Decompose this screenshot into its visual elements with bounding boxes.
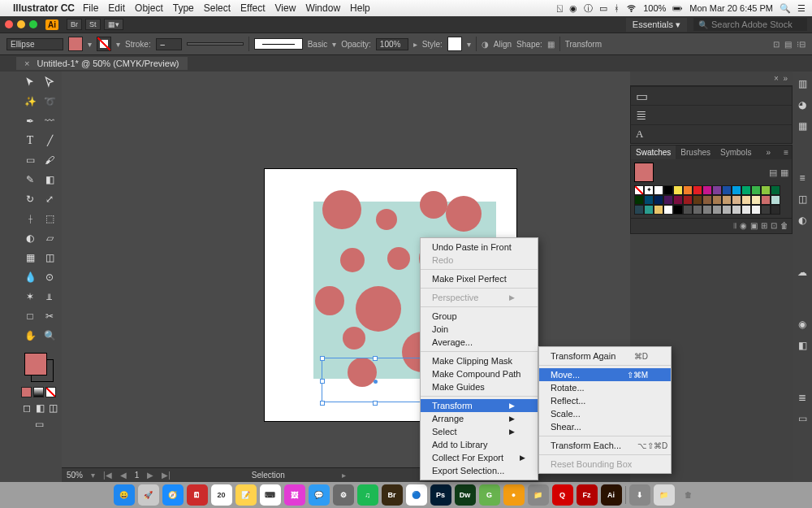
menu-item-undo-paste-in-front[interactable]: Undo Paste in Front (421, 241, 538, 254)
cc-status-icon[interactable]: ◉ (569, 3, 577, 14)
clock[interactable]: Mon Mar 20 6:45 PM (689, 3, 773, 13)
layers-strip-icon[interactable]: ≣ (795, 390, 810, 405)
dock-app[interactable]: ● (503, 484, 525, 506)
swatch-cell[interactable] (663, 205, 673, 215)
menu-item-scale[interactable]: Scale... (539, 407, 671, 420)
selection-bounding-box[interactable] (322, 358, 427, 402)
none-mode-icon[interactable] (45, 387, 56, 397)
swatch-cell[interactable] (761, 195, 771, 205)
swatch-cell[interactable] (683, 185, 693, 195)
swatch-cell[interactable] (702, 205, 712, 215)
menu-view[interactable]: View (275, 2, 296, 14)
swatch-cell[interactable] (741, 205, 751, 215)
menu-edit[interactable]: Edit (108, 2, 125, 14)
menu-item-collect-for-export[interactable]: Collect For Export▶ (421, 451, 538, 464)
swatch-cell[interactable] (673, 205, 683, 215)
panel-expand-icon[interactable]: » (763, 145, 775, 159)
status-more-icon[interactable]: ▸ (342, 471, 346, 480)
panel-collapse-icon[interactable]: » (783, 74, 788, 83)
fill-stroke-control[interactable] (21, 351, 57, 384)
appearance-strip-icon[interactable]: ◉ (795, 317, 810, 332)
layers-icon[interactable]: ≣ (636, 107, 646, 123)
menu-item-join[interactable]: Join (421, 323, 538, 336)
dock-app[interactable]: Ai (601, 484, 622, 506)
stock-button[interactable]: St (85, 19, 101, 30)
menu-item-transform-each[interactable]: Transform Each...⌥⇧⌘D (539, 439, 671, 452)
artboard-nav-last-icon[interactable]: ▶| (162, 471, 171, 480)
free-transform-tool[interactable]: ⬚ (41, 210, 58, 228)
artboard-nav-next-icon[interactable]: ▶ (147, 471, 153, 480)
slice-tool[interactable]: ✂︎ (41, 307, 58, 325)
ellipse-shape[interactable] (387, 247, 410, 270)
tab-brushes[interactable]: Brushes (676, 145, 715, 159)
draw-inside-icon[interactable]: ◫ (47, 402, 58, 414)
swatch-cell[interactable] (712, 205, 722, 215)
fill-swatch[interactable] (68, 37, 83, 51)
swatch-list-view-icon[interactable]: ▤ (769, 167, 777, 178)
fill-color-icon[interactable] (24, 353, 47, 376)
swatch-cell[interactable] (771, 205, 780, 215)
lasso-tool[interactable]: ➰ (41, 93, 58, 111)
gradient-tool[interactable]: ◫ (41, 249, 58, 267)
dock-app[interactable]: ⌨︎ (260, 484, 281, 506)
swatch-cell[interactable] (761, 205, 771, 215)
menu-item-make-compound-path[interactable]: Make Compound Path (421, 367, 538, 380)
stroke-weight-input[interactable]: ‒ (156, 38, 182, 50)
swatch-cell[interactable] (712, 185, 722, 195)
tab-swatches[interactable]: Swatches (631, 145, 676, 159)
dock-app[interactable]: 🖼 (284, 484, 305, 506)
swatch-cell[interactable] (693, 205, 702, 215)
ellipse-shape[interactable] (446, 196, 482, 232)
dock-app[interactable]: Fz (577, 484, 598, 506)
swatch-cell[interactable] (732, 195, 741, 205)
swatch-cell[interactable] (722, 185, 732, 195)
color-strip-icon[interactable]: ◕ (795, 98, 810, 112)
swatch-cell[interactable] (702, 195, 712, 205)
swatch-cell[interactable] (771, 185, 780, 195)
display-icon[interactable]: ▭ (599, 3, 607, 14)
blend-tool[interactable]: ⊙ (41, 268, 58, 286)
artboard-nav-prev-icon[interactable]: ◀ (120, 471, 127, 480)
dock-app[interactable]: 🔵 (406, 484, 427, 506)
menu-select[interactable]: Select (204, 2, 231, 14)
dock-app[interactable]: ⚙︎ (333, 484, 354, 506)
screen-mode-icon[interactable]: ▭ (21, 415, 57, 433)
selection-handle[interactable] (320, 356, 325, 361)
dock-trash-icon[interactable]: 🗑 (678, 484, 699, 506)
swatch-cell[interactable] (751, 205, 761, 215)
swatch-cell[interactable] (683, 195, 693, 205)
gradient-strip-icon[interactable]: ◫ (795, 192, 810, 206)
swatch-cell[interactable] (654, 195, 663, 205)
align-label[interactable]: Align (494, 40, 512, 49)
menu-item-average[interactable]: Average... (421, 336, 538, 349)
dock-app[interactable]: ♫ (357, 484, 378, 506)
swatch-cell[interactable] (693, 195, 702, 205)
paintbrush-tool[interactable]: 🖌︎ (41, 151, 58, 169)
menu-help[interactable]: Help (350, 2, 370, 14)
spotlight-icon[interactable]: 🔍 (780, 3, 791, 14)
swatch-options-icon[interactable]: ◉ (740, 221, 747, 231)
magic-wand-tool[interactable]: ✨ (21, 93, 39, 111)
dock-app[interactable]: 📁 (528, 484, 549, 506)
dock-app[interactable]: Br (382, 484, 403, 506)
swatch-cell[interactable] (722, 205, 732, 215)
swatch-cell[interactable] (722, 195, 732, 205)
menu-item-make-pixel-perfect[interactable]: Make Pixel Perfect (421, 272, 538, 285)
dock-app[interactable]: 🚀 (138, 484, 159, 506)
swatch-cell[interactable] (654, 205, 663, 215)
dock-app[interactable]: Ps (430, 484, 451, 506)
dock-folder-icon[interactable]: 📁 (654, 484, 675, 506)
ellipse-shape[interactable] (356, 286, 401, 332)
shape-panel-label[interactable]: Shape: (516, 40, 542, 49)
swatch-cell[interactable] (644, 195, 654, 205)
perspective-tool[interactable]: ▱ (41, 229, 58, 247)
menu-type[interactable]: Type (173, 2, 194, 14)
menu-item-transform[interactable]: Transform▶ (421, 399, 538, 412)
menu-item-group[interactable]: Group (421, 310, 538, 323)
opacity-input[interactable]: 100% (376, 38, 408, 50)
swatch-cell[interactable] (663, 195, 673, 205)
panel-close-icon[interactable]: × (774, 74, 779, 83)
menu-object[interactable]: Object (135, 2, 163, 14)
artboard-tool[interactable]: □ (21, 307, 39, 325)
document-tab[interactable]: × Untitled-1* @ 50% (CMYK/Preview) (16, 57, 188, 70)
